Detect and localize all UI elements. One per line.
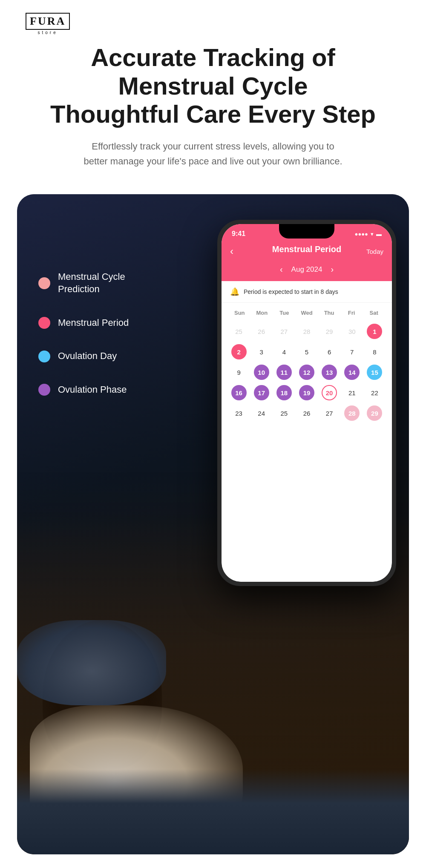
legend-label-ovulation-phase: Ovulation Phase bbox=[58, 384, 127, 396]
status-time: 9:41 bbox=[232, 230, 245, 238]
legend-item-period: Menstrual Period bbox=[38, 317, 129, 329]
logo: FURA store bbox=[26, 13, 400, 35]
table-row[interactable]: 8 bbox=[364, 342, 385, 361]
prev-month-button[interactable]: ‹ bbox=[280, 264, 283, 274]
calendar-week-3: 9 10 11 12 13 14 15 bbox=[228, 363, 385, 382]
legend-panel: Menstrual CyclePrediction Menstrual Peri… bbox=[38, 271, 129, 396]
table-row[interactable]: 29 bbox=[364, 404, 385, 423]
back-button[interactable]: ‹ bbox=[230, 245, 233, 257]
subtitle: Effortlessly track your current stress l… bbox=[81, 139, 345, 169]
table-row[interactable]: 15 bbox=[364, 363, 385, 382]
table-row[interactable]: 2 bbox=[228, 342, 249, 361]
calendar-week-2: 2 3 4 5 6 7 8 bbox=[228, 342, 385, 361]
day-sun: Sun bbox=[228, 307, 251, 319]
calendar-week-4: 16 17 18 19 20 21 22 bbox=[228, 383, 385, 402]
table-row[interactable]: 19 bbox=[296, 383, 317, 402]
app-title: Menstrual Period bbox=[272, 244, 341, 254]
legend-item-ovulation-day: Ovulation Day bbox=[38, 350, 129, 362]
phone-section: Menstrual CyclePrediction Menstrual Peri… bbox=[17, 194, 409, 854]
calendar-week-1: 25 26 27 28 29 30 1 bbox=[228, 322, 385, 341]
signal-icon: ●●●● bbox=[355, 231, 368, 237]
table-row[interactable]: 5 bbox=[296, 342, 317, 361]
calendar-area: Sun Mon Tue Wed Thu Fri Sat 25 26 27 28 … bbox=[222, 303, 392, 427]
table-row[interactable]: 28 bbox=[342, 404, 363, 423]
day-mon: Mon bbox=[251, 307, 273, 319]
table-row[interactable]: 27 bbox=[273, 322, 294, 341]
next-month-button[interactable]: › bbox=[331, 264, 334, 274]
legend-item-ovulation-phase: Ovulation Phase bbox=[38, 384, 129, 396]
logo-brand: FURA bbox=[30, 15, 66, 27]
table-row[interactable]: 6 bbox=[319, 342, 340, 361]
blanket-shape bbox=[17, 769, 409, 854]
calendar-header: Sun Mon Tue Wed Thu Fri Sat bbox=[228, 307, 385, 319]
table-row[interactable]: 4 bbox=[273, 342, 294, 361]
table-row[interactable]: 28 bbox=[296, 322, 317, 341]
day-fri: Fri bbox=[340, 307, 363, 319]
table-row[interactable]: 7 bbox=[342, 342, 363, 361]
table-row[interactable]: 25 bbox=[228, 322, 249, 341]
table-row[interactable]: 12 bbox=[296, 363, 317, 382]
table-row[interactable]: 21 bbox=[342, 383, 363, 402]
table-row[interactable]: 3 bbox=[251, 342, 272, 361]
table-row[interactable]: 22 bbox=[364, 383, 385, 402]
table-row[interactable]: 14 bbox=[342, 363, 363, 382]
day-wed: Wed bbox=[296, 307, 318, 319]
phone-notch bbox=[279, 224, 334, 239]
table-row[interactable]: 9 bbox=[228, 363, 249, 382]
alert-text: Period is expected to start in 8 days bbox=[244, 288, 338, 295]
alert-banner: 🔔 Period is expected to start in 8 days bbox=[222, 281, 392, 303]
today-button[interactable]: Today bbox=[366, 247, 383, 255]
wifi-icon: ▾ bbox=[371, 231, 374, 237]
app-header: ‹ Menstrual Period Today bbox=[222, 241, 392, 261]
table-row[interactable]: 20 bbox=[319, 383, 340, 402]
legend-label-period: Menstrual Period bbox=[58, 317, 129, 329]
table-row[interactable]: 27 bbox=[319, 404, 340, 423]
logo-store: store bbox=[37, 30, 58, 35]
table-row[interactable]: 30 bbox=[342, 322, 363, 341]
table-row[interactable]: 24 bbox=[251, 404, 272, 423]
day-sat: Sat bbox=[363, 307, 385, 319]
table-row[interactable]: 16 bbox=[228, 383, 249, 402]
table-row[interactable]: 26 bbox=[251, 322, 272, 341]
legend-item-cycle: Menstrual CyclePrediction bbox=[38, 271, 129, 295]
month-nav: ‹ Aug 2024 › bbox=[222, 261, 392, 281]
calendar-week-5: 23 24 25 26 27 28 29 bbox=[228, 404, 385, 423]
day-tue: Tue bbox=[273, 307, 296, 319]
legend-dot-period bbox=[38, 317, 50, 329]
legend-label-ovulation-day: Ovulation Day bbox=[58, 350, 117, 362]
table-row[interactable]: 18 bbox=[273, 383, 294, 402]
table-row[interactable]: 1 bbox=[364, 322, 385, 341]
legend-dot-ovulation-day bbox=[38, 351, 50, 362]
month-label: Aug 2024 bbox=[291, 265, 322, 274]
phone-inner: 9:41 ●●●● ▾ ▬ ‹ Menstrual Period Today ‹… bbox=[222, 224, 392, 582]
table-row[interactable]: 23 bbox=[228, 404, 249, 423]
legend-dot-ovulation-phase bbox=[38, 384, 50, 396]
status-icons: ●●●● ▾ ▬ bbox=[355, 231, 382, 237]
pillow-shape bbox=[17, 620, 166, 705]
table-row[interactable]: 26 bbox=[296, 404, 317, 423]
table-row[interactable]: 11 bbox=[273, 363, 294, 382]
table-row[interactable]: 10 bbox=[251, 363, 272, 382]
alert-icon: 🔔 bbox=[230, 287, 239, 296]
header-section: FURA store Accurate Tracking of Menstrua… bbox=[0, 0, 426, 194]
legend-dot-cycle bbox=[38, 277, 50, 289]
day-thu: Thu bbox=[318, 307, 340, 319]
table-row[interactable]: 25 bbox=[273, 404, 294, 423]
table-row[interactable]: 29 bbox=[319, 322, 340, 341]
phone-mockup: 9:41 ●●●● ▾ ▬ ‹ Menstrual Period Today ‹… bbox=[217, 220, 396, 586]
table-row[interactable]: 13 bbox=[319, 363, 340, 382]
table-row[interactable]: 17 bbox=[251, 383, 272, 402]
main-title: Accurate Tracking of Menstrual Cycle Tho… bbox=[26, 43, 400, 129]
battery-icon: ▬ bbox=[376, 231, 382, 237]
legend-label-cycle: Menstrual CyclePrediction bbox=[58, 271, 125, 295]
